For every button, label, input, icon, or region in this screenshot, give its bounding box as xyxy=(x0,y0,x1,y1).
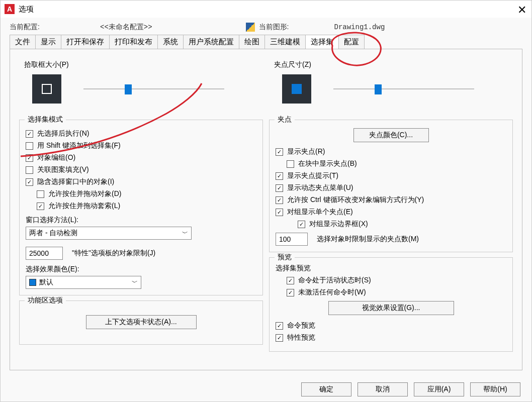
chk-object-grouping[interactable]: 对象编组(O) xyxy=(26,153,256,162)
ribbon-options-title: 功能区选项 xyxy=(25,296,66,305)
tab-system[interactable]: 系统 xyxy=(157,35,184,49)
property-limit-label: "特性"选项板的对象限制(J) xyxy=(72,249,155,258)
visual-effect-settings-button[interactable]: 视觉效果设置(G)... xyxy=(328,301,454,315)
pickbox-size-label: 拾取框大小(P) xyxy=(24,60,258,69)
close-icon[interactable]: ✕ xyxy=(517,4,526,17)
cancel-button[interactable]: 取消 xyxy=(358,382,408,396)
drawing-file-icon xyxy=(246,23,255,32)
current-drawing-value: Drawing1.dwg xyxy=(334,23,385,31)
grips-title: 夹点 xyxy=(275,115,295,124)
tab-display[interactable]: 显示 xyxy=(35,35,61,49)
chk-grip-tips[interactable]: 显示夹点提示(T) xyxy=(276,171,506,180)
grip-colors-button[interactable]: 夹点颜色(C)... xyxy=(353,128,429,142)
current-drawing-label: 当前图形: xyxy=(259,23,289,32)
chk-grips-in-blocks[interactable]: 在块中显示夹点(B) xyxy=(287,159,506,168)
chk-ctrl-cycle[interactable]: 允许按 Ctrl 键循环改变对象编辑方式行为(Y) xyxy=(276,195,506,205)
chk-implied-window[interactable]: 隐含选择窗口中的对象(I) xyxy=(26,177,256,186)
grip-preview xyxy=(282,74,311,104)
help-button[interactable]: 帮助(H) xyxy=(470,382,520,396)
chevron-down-icon: ﹀ xyxy=(182,229,188,238)
tab-3d[interactable]: 三维建模 xyxy=(264,35,306,49)
chk-press-drag-object[interactable]: 允许按住并拖动对象(D) xyxy=(37,189,256,198)
window-method-combo[interactable]: 两者 - 自动检测 ﹀ xyxy=(26,227,192,240)
chk-command-preview[interactable]: 命令预览 xyxy=(276,321,506,330)
pickbox-preview xyxy=(32,74,61,104)
grip-size-label: 夹点尺寸(Z) xyxy=(274,60,508,69)
tab-profiles[interactable]: 配置 xyxy=(338,35,365,49)
tab-strip: 文件 显示 打开和保存 打印和发布 系统 用户系统配置 绘图 三维建模 选择集 … xyxy=(10,35,522,49)
tab-open-save[interactable]: 打开和保存 xyxy=(61,35,110,49)
selection-preview-sub: 选择集预览 xyxy=(276,264,506,273)
apply-button[interactable]: 应用(A) xyxy=(414,382,464,396)
window-title: 选项 xyxy=(19,5,34,14)
chk-group-bbox[interactable]: 对组显示边界框(X) xyxy=(298,220,506,229)
grip-limit-input[interactable] xyxy=(276,233,308,246)
pickbox-size-slider[interactable] xyxy=(83,84,224,93)
tab-file[interactable]: 文件 xyxy=(10,35,36,49)
app-logo-icon: A xyxy=(5,4,15,14)
chk-preview-active-cmd[interactable]: 命令处于活动状态时(S) xyxy=(287,276,506,285)
chevron-down-icon: ﹀ xyxy=(132,278,138,287)
tab-print[interactable]: 打印和发布 xyxy=(109,35,158,49)
effect-color-label: 选择效果颜色(E): xyxy=(26,265,256,274)
color-swatch-icon xyxy=(29,279,36,286)
tab-draft[interactable]: 绘图 xyxy=(239,35,265,49)
grip-size-slider[interactable] xyxy=(333,84,474,93)
preview-title: 预览 xyxy=(275,253,295,262)
chk-noun-verb[interactable]: 先选择后执行(N) xyxy=(26,129,256,138)
effect-color-combo[interactable]: 默认 ﹀ xyxy=(26,276,141,289)
tab-user-sys[interactable]: 用户系统配置 xyxy=(183,35,239,49)
chk-assoc-hatch[interactable]: 关联图案填充(V) xyxy=(26,165,256,174)
tab-selection[interactable]: 选择集 xyxy=(305,35,339,49)
chk-preview-no-cmd[interactable]: 未激活任何命令时(W) xyxy=(287,288,506,297)
property-limit-input[interactable] xyxy=(26,247,63,260)
ok-button[interactable]: 确定 xyxy=(301,382,351,396)
context-tab-states-button[interactable]: 上下文选项卡状态(A)... xyxy=(86,315,197,329)
current-config-label: 当前配置: xyxy=(10,23,55,32)
chk-shift-add[interactable]: 用 Shift 键添加到选择集(F) xyxy=(26,141,256,150)
chk-property-preview[interactable]: 特性预览 xyxy=(276,333,506,342)
current-config-value: <<未命名配置>> xyxy=(100,23,152,32)
chk-dynamic-grip-menu[interactable]: 显示动态夹点菜单(U) xyxy=(276,183,506,192)
chk-show-grips[interactable]: 显示夹点(R) xyxy=(276,147,506,156)
chk-group-single-grip[interactable]: 对组显示单个夹点(E) xyxy=(276,208,506,217)
selection-mode-title: 选择集模式 xyxy=(25,115,66,124)
window-method-label: 窗口选择方法(L): xyxy=(26,216,256,225)
chk-press-drag-lasso[interactable]: 允许按住并拖动套索(L) xyxy=(37,202,256,211)
grip-limit-label: 选择对象时限制显示的夹点数(M) xyxy=(317,235,419,244)
